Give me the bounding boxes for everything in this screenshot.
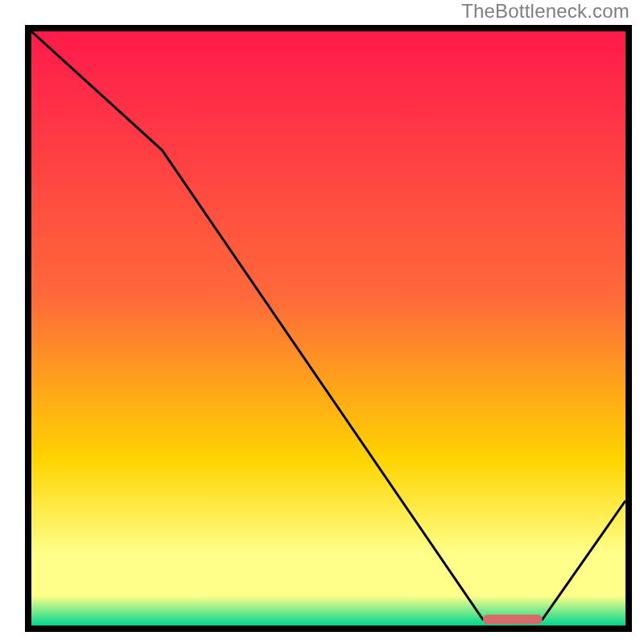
heat-background bbox=[31, 31, 625, 625]
plot-svg bbox=[31, 31, 625, 625]
chart-stage: { "attribution": "TheBottleneck.com", "c… bbox=[0, 0, 644, 644]
attribution-text: TheBottleneck.com bbox=[461, 0, 630, 23]
optimal-range-marker bbox=[483, 615, 543, 625]
